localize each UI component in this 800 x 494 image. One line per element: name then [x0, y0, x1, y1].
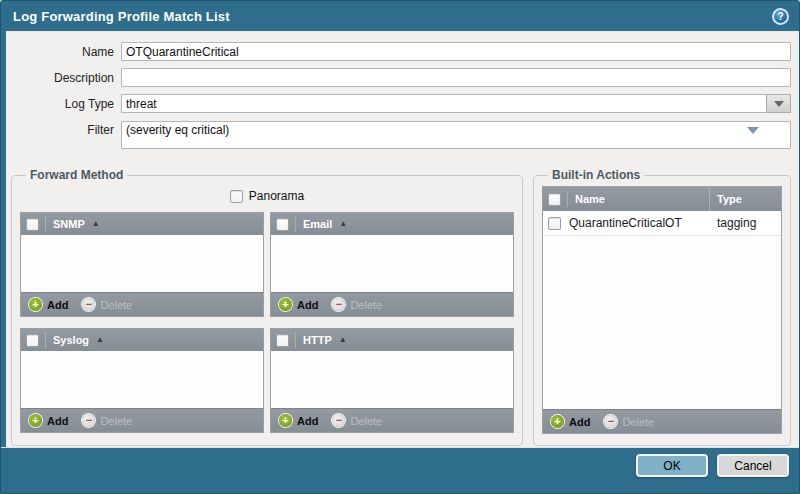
sort-asc-icon: ▲ — [96, 336, 104, 344]
snmp-delete-button[interactable]: − Delete — [82, 298, 132, 311]
filter-field — [121, 120, 791, 149]
add-button-label: Add — [569, 416, 590, 428]
panels: Forward Method Panorama SNMP ▲ — [6, 156, 799, 446]
column-separator — [295, 332, 296, 348]
dialog-titlebar: Log Forwarding Profile Match List ? — [1, 1, 799, 31]
built-in-actions-header[interactable]: Name Type — [543, 187, 781, 211]
plus-icon: + — [29, 298, 42, 311]
description-label: Description — [6, 68, 114, 85]
http-add-button[interactable]: + Add — [279, 414, 318, 427]
dialog-title: Log Forwarding Profile Match List — [13, 9, 230, 24]
log-type-label: Log Type — [6, 94, 114, 111]
log-type-combo — [121, 94, 791, 113]
column-separator — [567, 191, 568, 207]
sort-asc-icon: ▲ — [92, 220, 100, 228]
add-button-label: Add — [47, 415, 68, 427]
built-in-actions-legend: Built-in Actions — [548, 168, 644, 182]
action-name-cell: QuarantineCriticalOT — [569, 216, 710, 230]
column-separator — [295, 216, 296, 232]
name-column-label: Name — [575, 193, 605, 205]
plus-icon: + — [551, 415, 564, 428]
ok-button[interactable]: OK — [636, 454, 708, 477]
email-delete-button[interactable]: − Delete — [332, 298, 382, 311]
forward-method-grid: SNMP ▲ + Add − Delete — [20, 212, 514, 433]
snmp-table-header[interactable]: SNMP ▲ — [21, 213, 263, 235]
name-input[interactable] — [121, 42, 791, 61]
syslog-select-all-checkbox[interactable] — [26, 334, 39, 347]
delete-button-label: Delete — [350, 415, 382, 427]
built-in-actions-body — [543, 236, 781, 409]
delete-button-label: Delete — [100, 415, 132, 427]
log-type-input[interactable] — [121, 94, 766, 113]
filter-row: Filter — [6, 120, 791, 149]
built-in-actions-section: Built-in Actions Name Type — [533, 168, 791, 446]
dialog-content: Name Description Log Type Filter — [6, 31, 799, 447]
type-column-label: Type — [717, 193, 742, 205]
plus-icon: + — [279, 414, 292, 427]
log-forwarding-profile-match-list-dialog: Log Forwarding Profile Match List ? Name… — [0, 0, 800, 494]
minus-icon: − — [604, 415, 617, 428]
cancel-button[interactable]: Cancel — [717, 454, 789, 477]
name-column-header[interactable]: Name — [575, 187, 709, 211]
email-table-footer: + Add − Delete — [271, 292, 513, 316]
builtin-delete-button[interactable]: − Delete — [604, 415, 654, 428]
http-select-all-checkbox[interactable] — [276, 334, 289, 347]
column-separator — [45, 216, 46, 232]
description-row: Description — [6, 68, 791, 87]
delete-button-label: Delete — [100, 299, 132, 311]
minus-icon: − — [82, 298, 95, 311]
column-separator — [45, 332, 46, 348]
built-in-actions-footer: + Add − Delete — [543, 409, 781, 433]
dialog-footer: OK Cancel — [1, 447, 799, 493]
email-select-all-checkbox[interactable] — [276, 218, 289, 231]
snmp-add-button[interactable]: + Add — [29, 298, 68, 311]
row-checkbox[interactable] — [548, 217, 561, 230]
type-column-header[interactable]: Type — [709, 187, 781, 211]
http-table-footer: + Add − Delete — [271, 408, 513, 432]
forward-method-section: Forward Method Panorama SNMP ▲ — [11, 168, 523, 446]
snmp-column-label: SNMP — [53, 218, 85, 230]
built-in-action-row[interactable]: QuarantineCriticalOT tagging — [543, 211, 781, 236]
syslog-delete-button[interactable]: − Delete — [82, 414, 132, 427]
http-table-body — [271, 351, 513, 408]
filter-input[interactable] — [121, 121, 791, 149]
email-table-body — [271, 235, 513, 292]
builtin-add-button[interactable]: + Add — [551, 415, 590, 428]
email-table-header[interactable]: Email ▲ — [271, 213, 513, 235]
filter-label: Filter — [6, 120, 114, 137]
email-add-button[interactable]: + Add — [279, 298, 318, 311]
builtin-select-all-checkbox[interactable] — [548, 193, 561, 206]
http-table-header[interactable]: HTTP ▲ — [271, 329, 513, 351]
panorama-row: Panorama — [20, 184, 514, 208]
match-list-form: Name Description Log Type Filter — [6, 32, 799, 149]
panorama-label: Panorama — [249, 189, 304, 203]
chevron-down-icon — [774, 101, 784, 107]
delete-button-label: Delete — [350, 299, 382, 311]
minus-icon: − — [332, 414, 345, 427]
log-type-dropdown-button[interactable] — [766, 94, 791, 113]
plus-icon: + — [29, 414, 42, 427]
description-input[interactable] — [121, 68, 791, 87]
syslog-add-button[interactable]: + Add — [29, 414, 68, 427]
snmp-table: SNMP ▲ + Add − Delete — [20, 212, 264, 317]
snmp-table-footer: + Add − Delete — [21, 292, 263, 316]
add-button-label: Add — [47, 299, 68, 311]
help-icon[interactable]: ? — [772, 8, 789, 25]
delete-button-label: Delete — [622, 416, 654, 428]
plus-icon: + — [279, 298, 292, 311]
sort-asc-icon: ▲ — [339, 220, 347, 228]
syslog-table-body — [21, 351, 263, 408]
action-type-cell: tagging — [709, 216, 781, 230]
http-column-label: HTTP — [303, 334, 332, 346]
forward-method-legend: Forward Method — [26, 168, 127, 182]
syslog-table: Syslog ▲ + Add − Delete — [20, 328, 264, 433]
http-delete-button[interactable]: − Delete — [332, 414, 382, 427]
panorama-checkbox[interactable] — [230, 190, 243, 203]
minus-icon: − — [332, 298, 345, 311]
sort-asc-icon: ▲ — [339, 336, 347, 344]
add-button-label: Add — [297, 299, 318, 311]
snmp-table-body — [21, 235, 263, 292]
filter-dropdown-icon[interactable] — [747, 127, 759, 134]
syslog-table-header[interactable]: Syslog ▲ — [21, 329, 263, 351]
snmp-select-all-checkbox[interactable] — [26, 218, 39, 231]
